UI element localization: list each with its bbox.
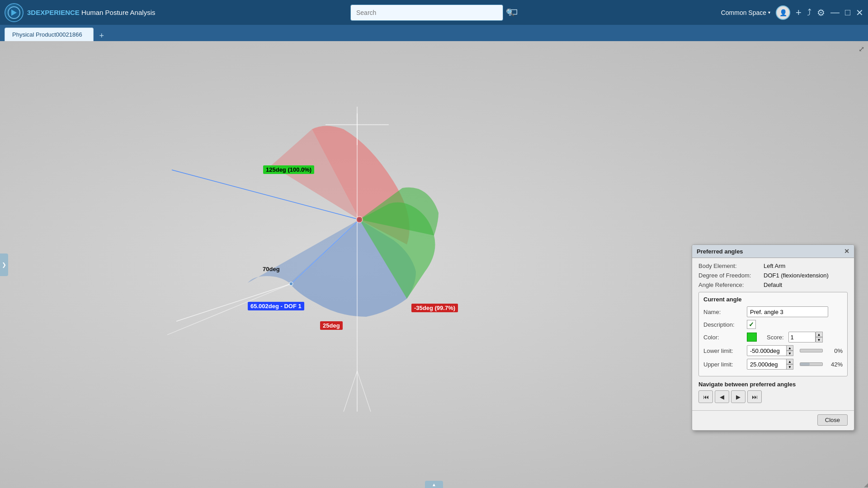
- viewport: ❯ 125deg (100.0%) 7: [0, 41, 868, 488]
- upper-limit-slider[interactable]: [800, 362, 823, 366]
- logo-area: 3DEXPERIENCE Human Posture Analysis: [5, 3, 155, 22]
- angle-label-35: -35deg (99.7%): [411, 304, 458, 312]
- upper-limit-input-wrap: ▲ ▼: [747, 359, 793, 370]
- maximize-icon: □: [845, 7, 850, 18]
- name-field-row: Name:: [703, 306, 843, 317]
- add-button[interactable]: +: [796, 7, 802, 19]
- close-window-button[interactable]: ✕: [856, 7, 863, 18]
- app-title: 3DEXPERIENCE Human Posture Analysis: [27, 9, 155, 16]
- lower-limit-spin-up[interactable]: ▲: [786, 345, 793, 351]
- search-icon: 🔍: [506, 9, 515, 16]
- sidebar-toggle[interactable]: ❯: [0, 253, 8, 276]
- play-triangle-icon: [11, 9, 17, 16]
- topbar: 3DEXPERIENCE Human Posture Analysis 🔍 🏷 …: [0, 0, 868, 25]
- upper-limit-label: Upper limit:: [703, 361, 744, 368]
- body-element-value: Left Arm: [764, 263, 848, 269]
- upper-limit-percent: 42%: [829, 361, 843, 368]
- nav-first-button[interactable]: ⏮: [698, 390, 713, 403]
- add-icon: +: [796, 7, 802, 19]
- color-field-label: Color:: [703, 334, 744, 341]
- close-btn-row: Close: [692, 410, 854, 430]
- minimize-icon: —: [830, 7, 840, 18]
- compass-icon: [5, 3, 24, 22]
- share-icon: ⤴: [807, 7, 811, 18]
- score-spinner: ▲ ▼: [816, 332, 823, 343]
- lower-limit-label: Lower limit:: [703, 347, 744, 354]
- panel-title: Preferred angles: [697, 248, 743, 255]
- upper-limit-row: Upper limit: ▲ ▼ 42%: [703, 359, 843, 370]
- score-field-input[interactable]: [788, 332, 816, 343]
- corner-resize-handle[interactable]: ◢: [861, 481, 868, 488]
- panel-close-button[interactable]: Close: [817, 414, 848, 426]
- viewport-fullscreen-button[interactable]: ⤢: [859, 45, 864, 53]
- resize-icon: ◢: [864, 482, 868, 488]
- bottom-toggle-icon: ▲: [432, 482, 436, 487]
- lower-limit-spinner: ▲ ▼: [786, 345, 793, 356]
- angle-ref-row: Angle Reference: Default: [698, 282, 848, 288]
- current-angle-title: Current angle: [703, 296, 843, 303]
- angle-label-25: 25deg: [320, 321, 343, 330]
- panel-header: Preferred angles ✕: [692, 245, 854, 258]
- dof-label: Degree of Freedom:: [698, 272, 762, 279]
- chevron-right-icon: ❯: [2, 262, 6, 268]
- panel-body: Body Element: Left Arm Degree of Freedom…: [692, 258, 854, 408]
- minimize-button[interactable]: —: [830, 7, 840, 18]
- play-button[interactable]: [10, 9, 18, 17]
- checkmark-icon: ✓: [749, 321, 754, 328]
- dof-row: Degree of Freedom: DOF1 (flexion/extensi…: [698, 272, 848, 279]
- angle-ref-value: Default: [764, 282, 848, 288]
- name-field-input[interactable]: [747, 306, 828, 317]
- panel-close-x-button[interactable]: ✕: [844, 248, 849, 255]
- nav-prev-button[interactable]: ◀: [715, 390, 729, 403]
- score-spin-up[interactable]: ▲: [816, 332, 823, 337]
- upper-limit-input[interactable]: [747, 359, 787, 370]
- lower-limit-spin-down[interactable]: ▼: [786, 351, 793, 356]
- brand-label: 3DEXPERIENCE: [27, 9, 80, 16]
- search-button[interactable]: 🔍: [506, 8, 515, 17]
- nav-next-button[interactable]: ▶: [731, 390, 745, 403]
- description-checkbox[interactable]: ✓: [747, 320, 756, 329]
- dof-value: DOF1 (flexion/extension): [764, 272, 848, 279]
- lower-limit-percent: 0%: [829, 347, 843, 354]
- current-angle-section: Current angle Name: Description: ✓ Color…: [698, 292, 848, 376]
- upper-limit-spin-up[interactable]: ▲: [786, 359, 793, 364]
- score-field-label: Score:: [767, 334, 784, 341]
- tabbar: Physical Product00021866 +: [0, 25, 868, 41]
- maximize-button[interactable]: □: [845, 7, 850, 18]
- common-space-label: Common Space: [721, 9, 766, 16]
- search-container: 🔍 🏷: [350, 5, 518, 21]
- upper-limit-spin-down[interactable]: ▼: [786, 364, 793, 370]
- nav-last-button[interactable]: ⏭: [747, 390, 762, 403]
- app-name-label: Human Posture Analysis: [81, 9, 155, 16]
- chevron-down-icon: ▾: [768, 10, 770, 15]
- name-field-label: Name:: [703, 309, 744, 315]
- tab-physical-product[interactable]: Physical Product00021866: [5, 28, 94, 41]
- body-element-label: Body Element:: [698, 263, 762, 269]
- settings-button[interactable]: ⚙: [817, 7, 825, 18]
- description-field-label: Description:: [703, 321, 744, 328]
- settings-icon: ⚙: [817, 7, 825, 18]
- user-icon: 👤: [779, 9, 787, 16]
- lower-limit-input-wrap: ▲ ▼: [747, 345, 793, 356]
- tab-label: Physical Product00021866: [12, 31, 82, 38]
- angle-label-70: 70deg: [260, 265, 283, 273]
- fullscreen-icon: ⤢: [859, 45, 864, 53]
- user-avatar[interactable]: 👤: [776, 5, 790, 20]
- bottom-toggle[interactable]: ▲: [425, 481, 443, 488]
- lower-limit-slider[interactable]: [800, 349, 823, 352]
- color-picker[interactable]: [747, 333, 757, 342]
- navigate-title: Navigate between preferred angles: [698, 381, 848, 388]
- navigate-section: Navigate between preferred angles ⏮ ◀ ▶ …: [698, 381, 848, 403]
- add-tab-button[interactable]: +: [96, 30, 107, 41]
- common-space-selector[interactable]: Common Space ▾: [721, 9, 770, 16]
- upper-limit-spinner: ▲ ▼: [786, 359, 793, 370]
- angle-ref-label: Angle Reference:: [698, 282, 762, 288]
- body-element-row: Body Element: Left Arm: [698, 263, 848, 269]
- score-spin-down[interactable]: ▼: [816, 337, 823, 343]
- share-button[interactable]: ⤴: [807, 7, 811, 18]
- search-input[interactable]: [350, 5, 503, 21]
- lower-limit-input[interactable]: [747, 345, 787, 356]
- lower-limit-row: Lower limit: ▲ ▼ 0%: [703, 345, 843, 356]
- color-score-row: Color: Score: ▲ ▼: [703, 332, 843, 343]
- compass-inner: [8, 6, 20, 19]
